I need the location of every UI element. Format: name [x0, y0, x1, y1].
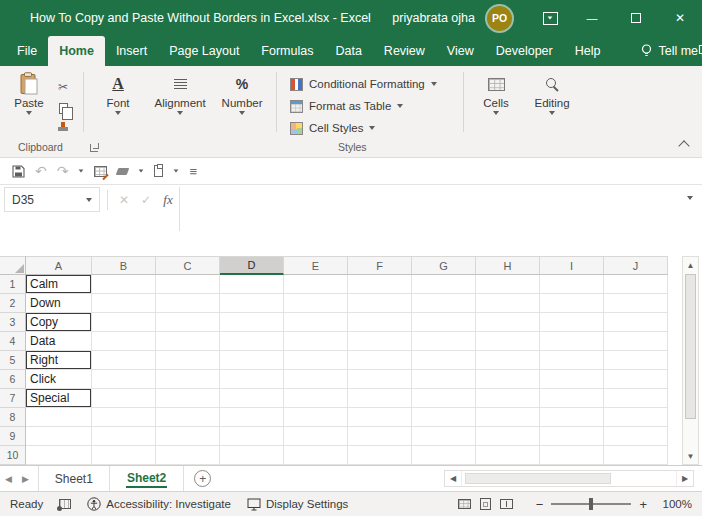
sheet-tab-sheet1[interactable]: Sheet1 — [38, 466, 110, 491]
macro-record-icon[interactable] — [59, 499, 71, 509]
cell-J3[interactable] — [604, 313, 668, 332]
row-header-8[interactable]: 8 — [0, 408, 26, 427]
cell-C2[interactable] — [156, 294, 220, 313]
row-header-4[interactable]: 4 — [0, 332, 26, 351]
cell-H10[interactable] — [476, 446, 540, 465]
cell-A5[interactable]: Right — [26, 351, 92, 370]
cell-F1[interactable] — [348, 275, 412, 294]
cell-D5[interactable] — [220, 351, 284, 370]
menu-tab-developer[interactable]: Developer — [485, 36, 564, 66]
expand-formula-bar-icon[interactable] — [687, 196, 693, 200]
cell-F5[interactable] — [348, 351, 412, 370]
cell-C7[interactable] — [156, 389, 220, 408]
page-layout-view-icon[interactable] — [480, 498, 491, 510]
cell-A9[interactable] — [26, 427, 92, 446]
cell-E10[interactable] — [284, 446, 348, 465]
row-header-5[interactable]: 5 — [0, 351, 26, 370]
cell-H2[interactable] — [476, 294, 540, 313]
column-header-d[interactable]: D — [220, 256, 284, 275]
insert-function-button[interactable]: fx — [157, 187, 179, 212]
vertical-scrollbar-thumb[interactable] — [685, 274, 696, 419]
display-settings-button[interactable]: Display Settings — [247, 498, 348, 511]
cell-A3[interactable]: Copy — [26, 313, 92, 332]
cell-G8[interactable] — [412, 408, 476, 427]
zoom-level[interactable]: 100% — [656, 498, 692, 510]
row-header-2[interactable]: 2 — [0, 294, 26, 313]
clipboard-dialog-launcher-icon[interactable] — [90, 144, 98, 152]
cell-H8[interactable] — [476, 408, 540, 427]
cell-G7[interactable] — [412, 389, 476, 408]
customize-quick-access-toolbar-icon[interactable] — [189, 164, 197, 179]
select-all-button[interactable] — [0, 256, 26, 275]
cell-C5[interactable] — [156, 351, 220, 370]
cell-E6[interactable] — [284, 370, 348, 389]
draw-border-icon[interactable] — [94, 166, 107, 177]
cell-D6[interactable] — [220, 370, 284, 389]
normal-view-icon[interactable] — [458, 499, 471, 509]
cell-G1[interactable] — [412, 275, 476, 294]
cell-B10[interactable] — [92, 446, 156, 465]
cell-D7[interactable] — [220, 389, 284, 408]
cell-C4[interactable] — [156, 332, 220, 351]
row-header-9[interactable]: 9 — [0, 427, 26, 446]
accessibility-status-button[interactable]: Accessibility: Investigate — [87, 497, 231, 511]
horizontal-scrollbar-thumb[interactable] — [465, 473, 611, 484]
cancel-button[interactable] — [113, 187, 135, 212]
cell-G5[interactable] — [412, 351, 476, 370]
cell-H6[interactable] — [476, 370, 540, 389]
undo-icon[interactable] — [35, 163, 47, 179]
cell-I5[interactable] — [540, 351, 604, 370]
cell-C9[interactable] — [156, 427, 220, 446]
vertical-scrollbar-track[interactable] — [683, 420, 698, 448]
redo-icon[interactable] — [57, 163, 69, 179]
ribbon-button-format-as-table[interactable]: Format as Table — [282, 95, 458, 117]
cell-F10[interactable] — [348, 446, 412, 465]
horizontal-scrollbar-track[interactable] — [461, 471, 677, 486]
avatar[interactable]: PO — [487, 6, 512, 31]
column-header-a[interactable]: A — [26, 256, 92, 275]
chevron-down-icon[interactable] — [79, 169, 84, 172]
cell-B7[interactable] — [92, 389, 156, 408]
cell-D8[interactable] — [220, 408, 284, 427]
cell-J9[interactable] — [604, 427, 668, 446]
cut-icon[interactable] — [58, 77, 68, 95]
cell-J10[interactable] — [604, 446, 668, 465]
cell-B4[interactable] — [92, 332, 156, 351]
cell-I9[interactable] — [540, 427, 604, 446]
cell-F3[interactable] — [348, 313, 412, 332]
row-header-7[interactable]: 7 — [0, 389, 26, 408]
cell-G9[interactable] — [412, 427, 476, 446]
cell-I1[interactable] — [540, 275, 604, 294]
previous-sheet-icon[interactable] — [5, 474, 12, 484]
cell-I8[interactable] — [540, 408, 604, 427]
cell-D4[interactable] — [220, 332, 284, 351]
cell-B8[interactable] — [92, 408, 156, 427]
menu-tab-page-layout[interactable]: Page Layout — [158, 36, 250, 66]
cell-E5[interactable] — [284, 351, 348, 370]
menu-tab-data[interactable]: Data — [324, 36, 372, 66]
cell-F2[interactable] — [348, 294, 412, 313]
menu-tab-file[interactable]: File — [6, 36, 48, 66]
cell-B6[interactable] — [92, 370, 156, 389]
column-header-j[interactable]: J — [604, 256, 668, 275]
cell-D2[interactable] — [220, 294, 284, 313]
cell-G2[interactable] — [412, 294, 476, 313]
cell-E9[interactable] — [284, 427, 348, 446]
cell-A10[interactable] — [26, 446, 92, 465]
next-sheet-icon[interactable] — [22, 474, 29, 484]
chevron-down-icon[interactable] — [139, 169, 144, 172]
menu-tab-review[interactable]: Review — [373, 36, 436, 66]
formula-input[interactable] — [179, 187, 702, 231]
name-box[interactable]: D35 — [4, 187, 100, 212]
cell-B2[interactable] — [92, 294, 156, 313]
column-header-b[interactable]: B — [92, 256, 156, 275]
editing-group-button[interactable]: Editing — [523, 69, 581, 140]
chevron-down-icon[interactable] — [174, 169, 179, 172]
font-group-button[interactable]: Font — [89, 69, 147, 140]
row-header-1[interactable]: 1 — [0, 275, 26, 294]
collapse-ribbon-icon[interactable] — [678, 140, 689, 151]
cell-G10[interactable] — [412, 446, 476, 465]
column-header-h[interactable]: H — [476, 256, 540, 275]
cell-I2[interactable] — [540, 294, 604, 313]
cell-F6[interactable] — [348, 370, 412, 389]
